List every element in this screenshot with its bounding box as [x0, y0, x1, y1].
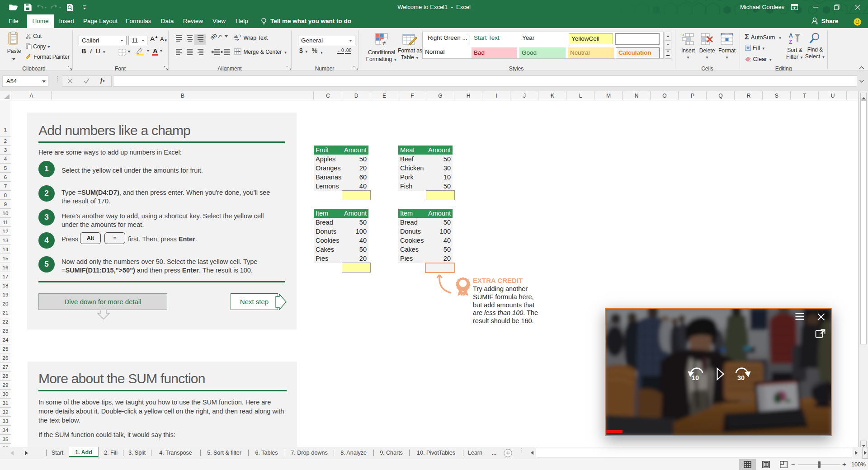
svg-text:A: A	[789, 33, 793, 39]
svg-text:Z: Z	[789, 39, 792, 45]
svg-text:≠: ≠	[382, 39, 386, 47]
svg-text:30: 30	[737, 374, 745, 381]
svg-text:10: 10	[692, 374, 699, 381]
